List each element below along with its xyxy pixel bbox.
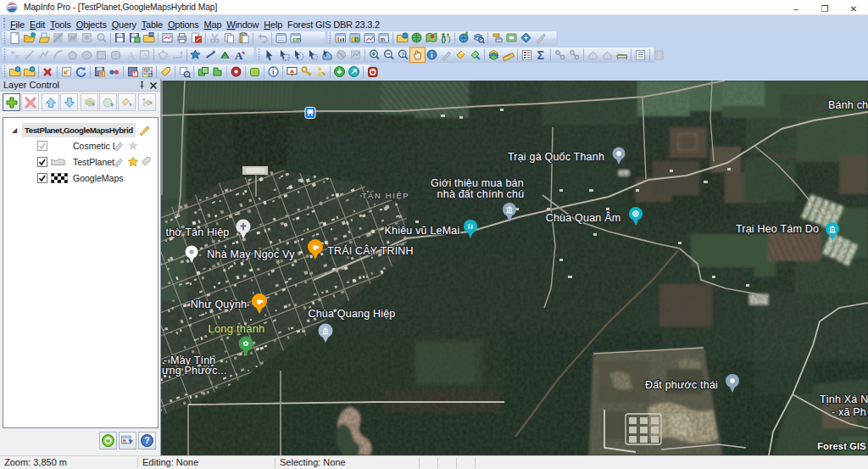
svg-text:Σ: Σ — [537, 48, 544, 62]
svg-text:A: A — [235, 49, 243, 62]
svg-text:Giới thiệu mua bán: Giới thiệu mua bán — [431, 177, 524, 189]
svg-text:Forest GIS: Forest GIS — [817, 441, 866, 451]
svg-text:A: A — [142, 51, 147, 59]
svg-text:m: m — [381, 36, 386, 42]
svg-text:nhà đất chính chú: nhà đất chính chú — [437, 188, 525, 200]
svg-text:?: ? — [144, 435, 149, 445]
svg-text:TRÁI CÂY TRINH: TRÁI CÂY TRINH — [327, 244, 414, 257]
svg-text:TẬN HIỆP: TẬN HIỆP — [362, 191, 410, 200]
svg-text:- xã Ph: - xã Ph — [832, 406, 866, 418]
svg-text:Chùa Quan Âm: Chùa Quan Âm — [546, 211, 621, 224]
svg-text:Long thành: Long thành — [208, 322, 264, 335]
svg-text:Nhà May Ngọc Vy: Nhà May Ngọc Vy — [207, 248, 295, 260]
svg-text:Khiêu vũ LeMai: Khiêu vũ LeMai — [385, 225, 460, 237]
svg-text:Đất phước thái: Đất phước thái — [645, 379, 718, 391]
svg-text:A: A — [127, 49, 136, 62]
svg-text:cm: cm — [292, 36, 301, 42]
svg-text:Tịnh Xá N: Tịnh Xá N — [820, 394, 868, 405]
svg-text:Như Quỳnh: Như Quỳnh — [191, 299, 247, 310]
svg-text:ưng Phước...: ưng Phước... — [162, 365, 227, 377]
svg-text:Trại Heo Tám Do: Trại Heo Tám Do — [736, 223, 819, 235]
svg-text:i: i — [272, 68, 274, 76]
svg-text:?: ? — [401, 51, 405, 59]
svg-text:Trại gà Quốc Thanh: Trại gà Quốc Thanh — [508, 151, 604, 163]
svg-text:i: i — [431, 51, 433, 59]
svg-text:thờ Tân Hiệp: thờ Tân Hiệp — [166, 226, 230, 238]
svg-text:Bánh ch: Bánh ch — [828, 99, 868, 111]
svg-text:Chùa Quang Hiệp: Chùa Quang Hiệp — [308, 308, 395, 320]
svg-text:T: T — [133, 71, 136, 76]
